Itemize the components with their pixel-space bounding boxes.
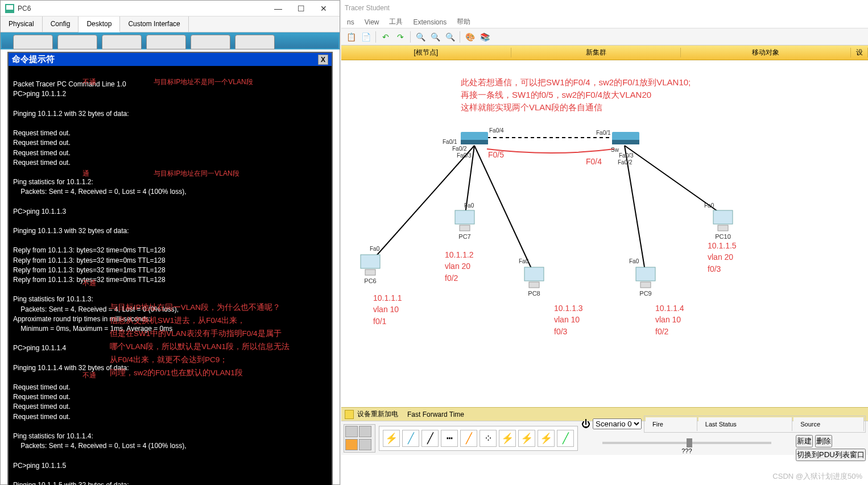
cmd-output[interactable]: Packet Tracer PC Command Line 1.0 PC>pin… [9, 66, 332, 485]
svg-rect-13 [365, 270, 375, 275]
device-category[interactable] [344, 424, 375, 453]
reload-label[interactable]: 设备重新加电 [357, 409, 398, 419]
svg-rect-16 [524, 267, 544, 281]
desktop-app-icon[interactable] [57, 35, 97, 49]
port-label: Fa0 [519, 258, 528, 264]
menu-item[interactable]: 工具 [389, 17, 403, 27]
device-info: 10.1.1.3 vlan 10 f0/3 [554, 302, 583, 337]
col-source[interactable]: Source [793, 417, 864, 431]
zoom-out-icon[interactable]: 🔍 [444, 31, 456, 43]
conn-serial-icon[interactable]: ⚡ [518, 430, 535, 447]
indicator-icon [345, 410, 354, 419]
svg-rect-12 [361, 255, 380, 268]
col-fire[interactable]: Fire [646, 417, 697, 431]
pc-icon [521, 266, 547, 290]
nav-set[interactable]: 设 [851, 48, 868, 57]
paste-icon[interactable]: 📄 [359, 31, 372, 43]
port-label: Fa0 [629, 258, 639, 264]
conn-console-icon[interactable]: ╱ [402, 430, 419, 447]
zoom-slider[interactable]: ??? [581, 437, 792, 459]
redo-icon[interactable]: ↷ [394, 31, 407, 43]
device-info: 10.1.1.1 vlan 10 f0/1 [373, 292, 402, 327]
command-prompt-window: 命令提示符 X Packet Tracer PC Command Line 1.… [7, 52, 333, 485]
conn-octal-icon[interactable]: ╱ [557, 430, 574, 447]
desktop-app-icon[interactable] [13, 35, 53, 49]
new-button[interactable]: 新建 [796, 435, 813, 447]
tab-physical[interactable]: Physical [1, 16, 43, 32]
close-button[interactable]: ✕ [312, 1, 335, 16]
pc6-titlebar[interactable]: PC6 — ☐ ✕ [1, 1, 340, 16]
col-status[interactable]: Last Status [698, 417, 792, 431]
desktop-app-icon[interactable] [191, 35, 230, 49]
toggle-pdu-button[interactable]: 切换到PDU列表窗口 [796, 449, 866, 461]
copy-icon[interactable]: 📋 [345, 31, 357, 43]
switch-icon [461, 132, 488, 146]
slider-label: ??? [681, 447, 692, 454]
device-pc8[interactable]: PC8 [521, 266, 547, 297]
power-icon[interactable]: ⏻ [581, 419, 590, 429]
menu-item[interactable]: Extensions [413, 18, 447, 26]
nav-root[interactable]: [根节点] [341, 48, 511, 57]
cmd-titlebar[interactable]: 命令提示符 X [9, 53, 332, 66]
minimize-button[interactable]: — [267, 1, 290, 16]
port-label: Fa0 [704, 202, 714, 209]
pc6-window: PC6 — ☐ ✕ Physical Config Desktop Custom… [0, 0, 340, 485]
annotation: 与目标IP地址在同一VLAN段 [154, 169, 239, 178]
conn-auto-icon[interactable]: ⚡ [383, 430, 400, 447]
conn-cross-icon[interactable]: ┅ [441, 430, 458, 447]
svg-rect-9 [461, 140, 488, 144]
device-palette-row: ⚡ ╱ ╱ ┅ ╱ ⁘ ⚡ ⚡ ⚡ ╱ ⏻ Scenario 0 Fire La… [341, 421, 868, 455]
conn-serial2-icon[interactable]: ⚡ [538, 430, 555, 447]
device-pc10[interactable]: PC10 [710, 209, 736, 240]
fft-label[interactable]: Fast Forward Time [407, 411, 464, 418]
switch-sw1[interactable] [461, 132, 488, 146]
nav-cluster[interactable]: 新集群 [511, 48, 681, 57]
zoom-reset-icon[interactable]: 🔍 [429, 31, 441, 43]
switch-sw2[interactable] [612, 132, 639, 146]
svg-rect-11 [612, 140, 639, 144]
pt-titlebar: Tracer Student [341, 0, 868, 16]
zoom-in-icon[interactable]: 🔍 [414, 31, 427, 43]
device-pc6[interactable]: PC6 [357, 254, 383, 284]
device-pc9[interactable]: PC9 [633, 266, 659, 297]
pt-menu: ns View 工具 Extensions 帮助 [341, 16, 868, 28]
tab-config[interactable]: Config [43, 16, 79, 32]
topology-canvas[interactable]: Fa0/1 Fa0/2 Fa0/3 Fa0/4 Fa0/1 Sw Fa0/3 F… [341, 60, 868, 407]
conn-straight-icon[interactable]: ╱ [421, 430, 439, 447]
device-info: 10.1.1.4 vlan 10 f0/2 [655, 302, 684, 337]
port-label: Fa0/4 [489, 127, 504, 134]
annotation: 不通 [82, 279, 96, 288]
topology-note: 此处若想通信，可以把SW1的F0/4，sw2的F0/1放到VLAN10; 再接一… [461, 76, 691, 113]
nav-move[interactable]: 移动对象 [681, 48, 851, 57]
maximize-button[interactable]: ☐ [290, 1, 312, 16]
cmd-close-button[interactable]: X [318, 55, 328, 65]
tab-desktop[interactable]: Desktop [78, 16, 120, 32]
layers-icon[interactable]: 📚 [478, 31, 491, 43]
device-label: PC10 [710, 233, 736, 240]
svg-line-4 [474, 146, 532, 271]
menu-item[interactable]: 帮助 [457, 17, 470, 27]
connection-palette: ⚡ ╱ ╱ ┅ ╱ ⁘ ⚡ ⚡ ⚡ ╱ [379, 426, 578, 451]
tab-custom[interactable]: Custom Interface [120, 16, 188, 32]
desktop-app-icon[interactable] [146, 35, 186, 49]
annotation: 不通 [82, 371, 96, 380]
conn-fiber-icon[interactable]: ╱ [460, 430, 477, 447]
conn-coax-icon[interactable]: ⚡ [499, 430, 516, 447]
annotation: 与目标IP地址不是同一个VLAN段 [154, 77, 253, 86]
svg-line-2 [373, 146, 474, 259]
delete-button[interactable]: 删除 [815, 435, 832, 447]
desktop-app-icon[interactable] [102, 35, 142, 49]
svg-rect-14 [455, 210, 474, 224]
menu-item[interactable]: View [365, 18, 379, 26]
device-pc7[interactable]: PC7 [452, 209, 478, 240]
menu-item[interactable]: ns [347, 18, 354, 26]
scenario-select[interactable]: Scenario 0 [593, 418, 642, 429]
palette-icon[interactable]: 🎨 [464, 31, 476, 43]
svg-rect-17 [529, 282, 539, 288]
undo-icon[interactable]: ↶ [379, 31, 392, 43]
port-label: Fa0/2 [618, 159, 633, 165]
device-label: PC7 [452, 233, 478, 240]
conn-phone-icon[interactable]: ⁘ [480, 430, 497, 447]
desktop-app-icon[interactable] [235, 35, 275, 49]
switch-icon [612, 132, 639, 146]
